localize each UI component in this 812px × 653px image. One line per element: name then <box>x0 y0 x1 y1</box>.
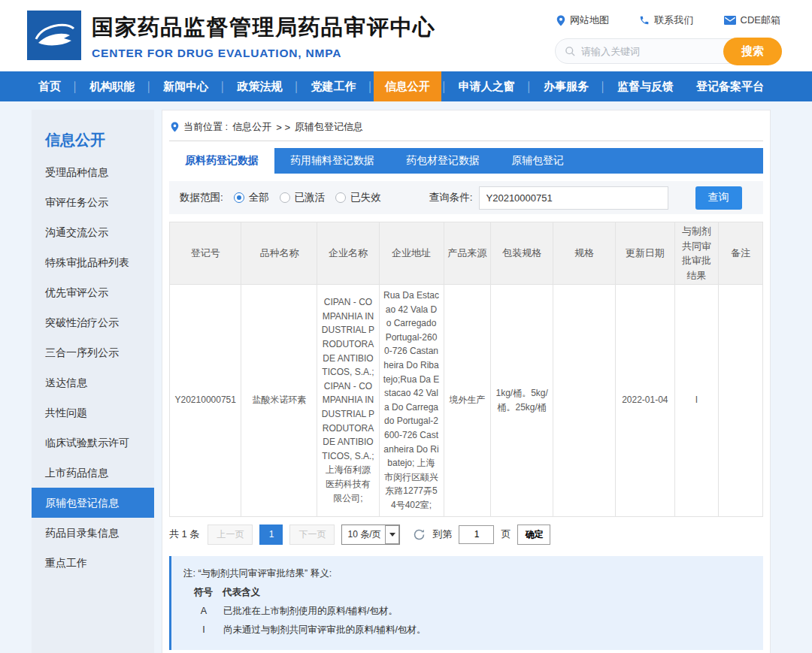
prev-page-button[interactable]: 上一页 <box>208 525 253 545</box>
col-product-name: 品种名称 <box>241 222 317 285</box>
breadcrumb-label: 当前位置 : <box>183 120 228 134</box>
sidebar-item-accepted-products[interactable]: 受理品种信息 <box>32 157 154 187</box>
cde-mail-link[interactable]: CDE邮箱 <box>724 14 780 27</box>
col-product-source: 产品来源 <box>444 222 490 285</box>
cell-approval-result: I <box>675 285 719 517</box>
breadcrumb-separator: > > <box>276 122 290 133</box>
sidebar-item-communication[interactable]: 沟通交流公示 <box>32 217 154 247</box>
cell-remark <box>718 285 762 517</box>
sidebar-item-raw-material-registration[interactable]: 原辅包登记信息 <box>32 488 154 518</box>
cell-spec <box>553 285 615 517</box>
dropdown-caret-icon[interactable] <box>385 525 399 544</box>
page-unit-label: 页 <box>501 528 511 541</box>
col-package-spec: 包装规格 <box>490 222 553 285</box>
nav-functions[interactable]: 机构职能 <box>78 71 146 101</box>
cde-logo[interactable] <box>27 11 81 60</box>
goto-page-input[interactable] <box>459 525 494 544</box>
nav-separator: │ <box>600 71 606 101</box>
search-input[interactable] <box>581 46 721 57</box>
sidebar-item-delivery-info[interactable]: 送达信息 <box>32 367 154 398</box>
sidebar-item-drug-catalog[interactable]: 药品目录集信息 <box>32 518 154 548</box>
radio-active-label: 已激活 <box>295 191 326 204</box>
site-titles: 国家药品监督管理局药品审评中心 CENTER FOR DRUG EVALUATI… <box>92 13 436 60</box>
note-row-i: I 尚未通过与制剂共同审评审批的原料/辅料/包材。 <box>183 621 751 639</box>
swan-logo-icon <box>27 11 81 60</box>
page-body: 信息公开 受理品种信息 审评任务公示 沟通交流公示 特殊审批品种列表 优先审评公… <box>0 101 812 653</box>
nav-info-disclosure[interactable]: 信息公开 <box>374 71 441 101</box>
nav-separator: │ <box>526 71 532 101</box>
goto-label: 到第 <box>432 528 452 541</box>
sidebar-item-common-issues[interactable]: 共性问题 <box>32 398 154 428</box>
nav-registration-platform[interactable]: 登记备案平台 <box>685 71 775 101</box>
header-search-bar: 搜索 <box>555 38 782 64</box>
sitemap-label: 网站地图 <box>570 14 609 27</box>
cell-company-address: Rua Da Estacao 42 Vala Do Carregado Port… <box>379 285 444 517</box>
cell-update-date: 2022-01-04 <box>615 285 675 517</box>
tab-excipient-registration[interactable]: 药用辅料登记数据 <box>274 148 390 174</box>
radio-expired-label: 已失效 <box>350 191 381 204</box>
cell-package-spec: 1kg/桶。5kg/桶。25kg/桶 <box>490 285 553 517</box>
condition-input[interactable] <box>479 186 668 210</box>
sitemap-link[interactable]: 网站地图 <box>556 14 609 27</box>
page-size-value: 10 条/页 <box>347 528 380 541</box>
nav-home[interactable]: 首页 <box>27 71 72 101</box>
search-icon <box>565 46 576 57</box>
sidebar-item-key-work[interactable]: 重点工作 <box>32 548 154 578</box>
cde-mail-label: CDE邮箱 <box>741 14 780 27</box>
nav-services[interactable]: 办事服务 <box>532 71 600 101</box>
query-button[interactable]: 查询 <box>695 186 742 210</box>
search-button[interactable]: 搜索 <box>723 38 782 65</box>
site-title: 国家药品监督管理局药品审评中心 <box>92 13 436 43</box>
col-registration-number: 登记号 <box>170 222 241 285</box>
nav-supervision[interactable]: 监督与反馈 <box>606 71 685 101</box>
quick-links: 网站地图 联系我们 CDE邮箱 <box>555 14 782 27</box>
site-header: 国家药品监督管理局药品审评中心 CENTER FOR DRUG EVALUATI… <box>0 0 812 71</box>
sidebar-item-priority-review[interactable]: 优先审评公示 <box>32 277 154 307</box>
radio-active-icon[interactable] <box>280 192 290 203</box>
scope-label: 数据范围: <box>180 191 223 204</box>
nav-news[interactable]: 新闻中心 <box>152 71 220 101</box>
note-symbol-i: I <box>194 621 214 639</box>
note-box: 注: “与制剂共同审评审批结果” 释义: 符号 代表含义 A 已批准在上市制剂使… <box>169 556 763 650</box>
note-row-a: A 已批准在上市制剂使用的原料/辅料/包材。 <box>183 602 751 621</box>
confirm-button[interactable]: 确定 <box>517 525 550 545</box>
nav-policy[interactable]: 政策法规 <box>226 71 293 101</box>
radio-all-icon[interactable] <box>234 192 244 203</box>
col-update-date: 更新日期 <box>615 222 675 285</box>
note-meaning-i: 尚未通过与制剂共同审评审批的原料/辅料/包材。 <box>223 621 426 639</box>
nav-separator: │ <box>441 71 447 101</box>
sidebar-item-breakthrough-therapy[interactable]: 突破性治疗公示 <box>32 307 154 337</box>
note-header-row: 符号 代表含义 <box>183 583 751 602</box>
cell-company-name: CIPAN - COMPANHIA INDUSTRIAL PRODUTORA D… <box>317 285 379 517</box>
tab-raw-aux-pack[interactable]: 原辅包登记 <box>495 148 580 174</box>
registration-table: 登记号 品种名称 企业名称 企业地址 产品来源 包装规格 规格 更新日期 与制剂… <box>169 222 763 517</box>
tab-api-registration[interactable]: 原料药登记数据 <box>169 148 274 174</box>
breadcrumb-section[interactable]: 信息公开 <box>232 120 271 134</box>
radio-all-label: 全部 <box>249 191 269 204</box>
sidebar-item-marketed-drugs[interactable]: 上市药品信息 <box>32 458 154 488</box>
phone-icon <box>639 15 650 26</box>
page-number-1[interactable]: 1 <box>259 525 283 545</box>
tab-packaging-registration[interactable]: 药包材登记数据 <box>390 148 495 174</box>
contact-link[interactable]: 联系我们 <box>639 14 693 27</box>
page-size-select[interactable]: 10 条/页 <box>341 525 400 545</box>
radio-expired-icon[interactable] <box>335 192 346 203</box>
sidebar-item-clinical-trial-license[interactable]: 临床试验默示许可 <box>32 428 154 458</box>
sidebar-item-review-tasks[interactable]: 审评任务公示 <box>32 187 154 217</box>
cell-product-source: 境外生产 <box>444 285 490 517</box>
note-col-symbol: 符号 <box>194 583 213 602</box>
radio-option-active[interactable]: 已激活 <box>280 191 326 204</box>
radio-option-expired[interactable]: 已失效 <box>335 191 381 204</box>
nav-separator: │ <box>72 71 78 101</box>
table-row: Y20210000751 盐酸米诺环素 CIPAN - COMPANHIA IN… <box>170 285 763 517</box>
note-col-meaning: 代表含义 <box>223 583 260 602</box>
radio-option-all[interactable]: 全部 <box>234 191 269 204</box>
nav-applicant-window[interactable]: 申请人之窗 <box>447 71 526 101</box>
refresh-button[interactable] <box>413 528 426 541</box>
next-page-button[interactable]: 下一页 <box>289 525 335 545</box>
breadcrumb-pin-icon <box>171 122 179 132</box>
breadcrumb: 当前位置 : 信息公开 > > 原辅包登记信息 <box>169 118 763 141</box>
nav-party[interactable]: 党建工作 <box>300 71 368 101</box>
sidebar-item-special-approval[interactable]: 特殊审批品种列表 <box>32 247 154 277</box>
sidebar-item-three-in-one[interactable]: 三合一序列公示 <box>32 337 154 367</box>
